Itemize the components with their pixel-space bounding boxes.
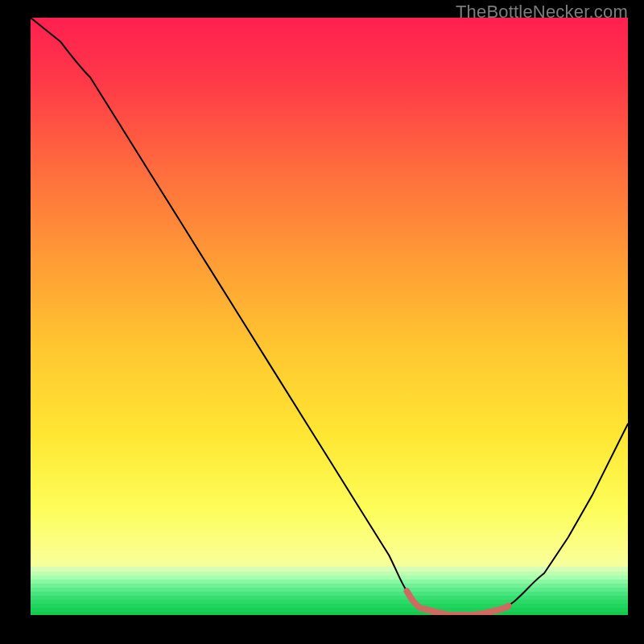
chart-frame: TheBottleNecker.com	[0, 0, 644, 644]
watermark-text: TheBottleNecker.com	[456, 2, 628, 23]
bottleneck-curve	[31, 18, 628, 615]
optimal-region-path	[407, 591, 508, 615]
curve-path	[31, 18, 628, 615]
plot-area	[31, 18, 628, 615]
